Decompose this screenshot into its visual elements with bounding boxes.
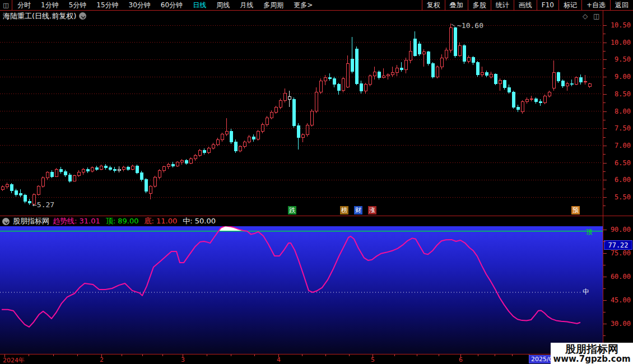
- toolbar-button[interactable]: F10: [537, 0, 558, 10]
- candle: [387, 73, 389, 80]
- candle: [198, 149, 201, 157]
- period-tab[interactable]: 5分钟: [64, 0, 92, 10]
- candle: [207, 147, 210, 153]
- candle: [422, 49, 425, 67]
- time-tick: [162, 354, 163, 356]
- period-tab[interactable]: 60分钟: [156, 0, 188, 10]
- candle: [230, 129, 232, 143]
- price-tick-label: 6.00: [615, 176, 631, 184]
- period-tab[interactable]: 月线: [235, 0, 258, 10]
- axis-tick: [603, 59, 607, 60]
- candle: [534, 97, 537, 104]
- selected-candle: [288, 91, 291, 107]
- marker-badge[interactable]: 榜: [340, 206, 348, 214]
- toolbar-button[interactable]: 返回: [610, 0, 633, 10]
- toolbar-button[interactable]: +自选: [581, 0, 610, 10]
- toolbar-button[interactable]: 多股: [468, 0, 491, 10]
- indicator-header: 股朋指标网 趋势线: 31.01顶: 89.00底: 11.00中: 50.00: [0, 216, 633, 226]
- period-tab[interactable]: 1分钟: [36, 0, 64, 10]
- period-tab[interactable]: 30分钟: [124, 0, 156, 10]
- candle: [270, 110, 273, 119]
- candle: [539, 99, 542, 106]
- candle: [400, 62, 403, 72]
- marker-badge[interactable]: 涨: [368, 206, 376, 214]
- toolbar-button[interactable]: 标记: [558, 0, 581, 10]
- candle: [28, 199, 31, 205]
- candle: [548, 91, 551, 97]
- time-tick: [101, 354, 102, 357]
- candle: [149, 185, 152, 199]
- period-tab[interactable]: 15分钟: [91, 0, 123, 10]
- indicator-tick-label: 30.00: [611, 320, 631, 328]
- indicator-background: [0, 226, 603, 354]
- candle: [530, 96, 533, 101]
- candle: [109, 166, 111, 171]
- candle: [91, 166, 94, 172]
- time-tick: [77, 354, 78, 356]
- candle: [561, 80, 564, 88]
- time-tick: [278, 354, 279, 357]
- marker-badge[interactable]: 跌: [288, 206, 296, 214]
- time-tick-label: 2024年: [3, 356, 25, 364]
- period-tab[interactable]: 分时: [12, 0, 36, 10]
- trend-indicator-panel[interactable]: [0, 226, 603, 354]
- toolbar-button[interactable]: 叠加: [445, 0, 468, 10]
- window-split-icon[interactable]: ◫: [0, 0, 12, 10]
- time-axis[interactable]: 2024年234562025/0: [0, 354, 633, 364]
- candle: [145, 178, 147, 193]
- axis-tick: [603, 51, 606, 52]
- axis-tick: [603, 206, 606, 206]
- candle: [266, 116, 268, 126]
- window-icon[interactable]: ◫: [593, 12, 599, 20]
- period-tab[interactable]: 更多>: [288, 0, 318, 10]
- indicator-tick-label: 45.00: [611, 296, 631, 304]
- toolbar-button[interactable]: 画线: [514, 0, 537, 10]
- axis-tick: [603, 277, 607, 277]
- candle: [566, 82, 569, 90]
- price-tick-label: 5.50: [615, 193, 631, 201]
- candle: [409, 41, 412, 63]
- candle: [127, 166, 129, 171]
- marker-badge[interactable]: 财: [354, 206, 362, 214]
- period-tab[interactable]: 周线: [211, 0, 235, 10]
- page-title: 海陆重工(日线.前复权): [3, 11, 76, 21]
- candle: [499, 78, 501, 90]
- watermark-url: www.7gpzb.com: [553, 354, 630, 363]
- candle: [212, 143, 215, 150]
- candle: [239, 145, 241, 153]
- candle: [355, 46, 358, 85]
- axis-tick: [603, 94, 607, 95]
- axis-tick: [603, 25, 607, 26]
- toolbar-button[interactable]: 统计: [491, 0, 514, 10]
- candle: [140, 171, 143, 181]
- candle: [153, 176, 156, 188]
- marker-badge[interactable]: 预: [571, 206, 580, 214]
- diamond-icon[interactable]: ◇: [583, 12, 588, 20]
- time-tick: [349, 354, 350, 356]
- candle: [476, 61, 479, 77]
- price-tick-label: 8.50: [615, 90, 631, 98]
- candle: [570, 80, 573, 86]
- collapse-chevron-icon[interactable]: [2, 218, 10, 225]
- time-tick: [53, 354, 54, 356]
- candle: [310, 109, 313, 127]
- period-tab[interactable]: 多周期: [258, 0, 288, 10]
- chevron-down-icon[interactable]: [79, 12, 86, 20]
- axis-tick: [603, 68, 606, 69]
- candle: [136, 165, 138, 174]
- indicator-reading: 顶: 89.00: [106, 216, 139, 226]
- time-tick: [460, 354, 461, 357]
- candle: [575, 76, 578, 86]
- candle: [440, 54, 443, 69]
- time-tick: [325, 354, 326, 356]
- axis-tick: [603, 300, 607, 301]
- candle: [472, 56, 474, 64]
- period-tab[interactable]: 日线: [188, 0, 211, 10]
- candle: [378, 71, 380, 80]
- candlestick-chart[interactable]: ←5.27~10.60: [0, 21, 603, 216]
- price-tick-label: 7.50: [615, 124, 631, 132]
- toolbar-button[interactable]: 复权: [422, 0, 445, 10]
- axis-tick: [603, 43, 607, 43]
- candle: [360, 81, 362, 93]
- candle: [369, 74, 371, 86]
